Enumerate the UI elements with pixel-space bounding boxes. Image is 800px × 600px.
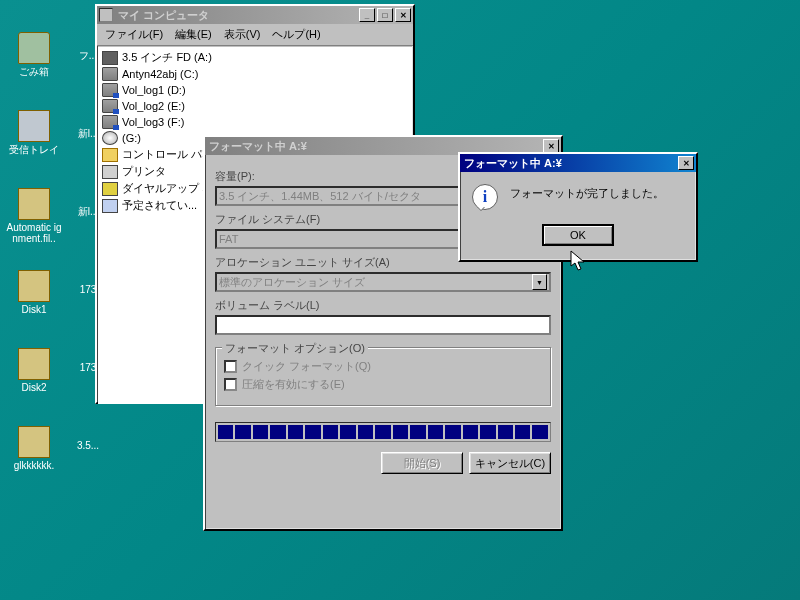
folder-icon — [18, 188, 50, 220]
dialup-icon — [102, 182, 118, 196]
format-options-group: フォーマット オプション(O) クイック フォーマット(Q) 圧縮を有効にする(… — [215, 347, 551, 406]
desktop-icon-partial[interactable]: 3.5... — [58, 440, 118, 451]
minimize-button[interactable]: _ — [359, 8, 375, 22]
progress-segment — [532, 425, 547, 439]
progress-segment — [305, 425, 320, 439]
desktop-icon-glkk[interactable]: glkkkkkk. — [4, 426, 64, 471]
info-icon: i — [470, 182, 500, 212]
titlebar-my-computer[interactable]: マイ コンピュータ _ □ ✕ — [97, 6, 413, 24]
ok-button[interactable]: OK — [542, 224, 614, 246]
maximize-button[interactable]: □ — [377, 8, 393, 22]
progress-segment — [323, 425, 338, 439]
hdd-icon — [102, 67, 118, 81]
progress-segment — [253, 425, 268, 439]
drive-item-c[interactable]: Antyn42abj (C:) — [102, 66, 408, 82]
window-title: フォーマット中 A:¥ — [462, 156, 676, 171]
recycle-bin-icon — [18, 32, 50, 64]
menubar: ファイル(F) 編集(E) 表示(V) ヘルプ(H) — [97, 24, 413, 46]
volume-label-label: ボリューム ラベル(L) — [215, 298, 551, 313]
start-button[interactable]: 開始(S) — [381, 452, 463, 474]
menu-help[interactable]: ヘルプ(H) — [266, 25, 326, 44]
volume-label-input[interactable] — [215, 315, 551, 335]
cd-icon — [102, 131, 118, 145]
quick-format-checkbox[interactable]: クイック フォーマット(Q) — [224, 359, 542, 374]
netdrive-icon — [102, 115, 118, 129]
close-button[interactable]: ✕ — [395, 8, 411, 22]
inbox-icon — [18, 110, 50, 142]
progress-segment — [270, 425, 285, 439]
folder-icon — [18, 270, 50, 302]
progress-segment — [288, 425, 303, 439]
close-button[interactable]: ✕ — [543, 139, 559, 153]
window-title: マイ コンピュータ — [116, 8, 357, 23]
desktop-icon-recycle-bin[interactable]: ごみ箱 — [4, 32, 64, 77]
progress-segment — [235, 425, 250, 439]
drive-item-f[interactable]: Vol_log3 (F:) — [102, 114, 408, 130]
progress-segment — [218, 425, 233, 439]
close-button[interactable]: ✕ — [678, 156, 694, 170]
progress-segment — [445, 425, 460, 439]
my-computer-icon — [99, 8, 113, 22]
floppy-icon — [102, 51, 118, 65]
netdrive-icon — [102, 83, 118, 97]
folder-icon — [18, 348, 50, 380]
message-box-body: i フォーマットが完了しました。 — [460, 172, 696, 222]
desktop: ごみ箱 受信トレイ Automatic ignment.fil.. Disk1 … — [0, 0, 800, 600]
format-progress-bar — [215, 422, 551, 442]
folder-icon — [18, 426, 50, 458]
titlebar-message[interactable]: フォーマット中 A:¥ ✕ — [460, 154, 696, 172]
menu-edit[interactable]: 編集(E) — [169, 25, 218, 44]
enable-compression-checkbox[interactable]: 圧縮を有効にする(E) — [224, 377, 542, 392]
chevron-down-icon: ▼ — [532, 274, 547, 290]
menu-file[interactable]: ファイル(F) — [99, 25, 169, 44]
progress-segment — [375, 425, 390, 439]
desktop-icon-automatic[interactable]: Automatic ignment.fil.. — [4, 188, 64, 244]
window-message-box[interactable]: フォーマット中 A:¥ ✕ i フォーマットが完了しました。 OK — [458, 152, 698, 262]
progress-segment — [428, 425, 443, 439]
progress-segment — [480, 425, 495, 439]
drive-item-d[interactable]: Vol_log1 (D:) — [102, 82, 408, 98]
scheduled-icon — [102, 199, 118, 213]
netdrive-icon — [102, 99, 118, 113]
drive-item-e[interactable]: Vol_log2 (E:) — [102, 98, 408, 114]
checkbox-icon — [224, 378, 237, 391]
message-text: フォーマットが完了しました。 — [510, 182, 664, 201]
control-panel-icon — [102, 148, 118, 162]
drive-item-floppy-a[interactable]: 3.5 インチ FD (A:) — [102, 49, 408, 66]
progress-segment — [498, 425, 513, 439]
progress-segment — [463, 425, 478, 439]
progress-segment — [515, 425, 530, 439]
format-options-legend: フォーマット オプション(O) — [222, 341, 368, 356]
progress-segment — [410, 425, 425, 439]
cancel-button[interactable]: キャンセル(C) — [469, 452, 551, 474]
progress-segment — [340, 425, 355, 439]
desktop-icon-disk1[interactable]: Disk1 — [4, 270, 64, 315]
desktop-icon-inbox[interactable]: 受信トレイ — [4, 110, 64, 155]
allocation-dropdown[interactable]: 標準のアロケーション サイズ ▼ — [215, 272, 551, 292]
progress-segment — [393, 425, 408, 439]
message-box-buttons: OK — [460, 224, 696, 246]
dialog-button-row: 開始(S) キャンセル(C) — [215, 452, 551, 474]
desktop-icon-disk2[interactable]: Disk2 — [4, 348, 64, 393]
printer-icon — [102, 165, 118, 179]
progress-segment — [358, 425, 373, 439]
menu-view[interactable]: 表示(V) — [218, 25, 267, 44]
checkbox-icon — [224, 360, 237, 373]
